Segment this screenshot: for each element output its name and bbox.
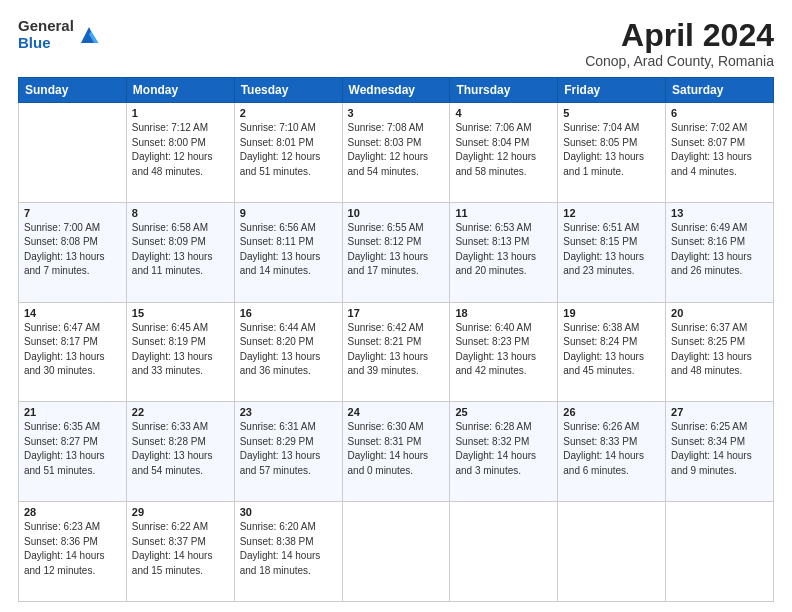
calendar-week-row: 7Sunrise: 7:00 AM Sunset: 8:08 PM Daylig…	[19, 202, 774, 302]
day-detail: Sunrise: 6:30 AM Sunset: 8:31 PM Dayligh…	[348, 420, 445, 478]
day-number: 10	[348, 207, 445, 219]
calendar-cell: 29Sunrise: 6:22 AM Sunset: 8:37 PM Dayli…	[126, 502, 234, 602]
calendar-header: SundayMondayTuesdayWednesdayThursdayFrid…	[19, 78, 774, 103]
day-detail: Sunrise: 6:40 AM Sunset: 8:23 PM Dayligh…	[455, 321, 552, 379]
calendar-week-row: 1Sunrise: 7:12 AM Sunset: 8:00 PM Daylig…	[19, 103, 774, 203]
day-detail: Sunrise: 6:45 AM Sunset: 8:19 PM Dayligh…	[132, 321, 229, 379]
calendar-table: SundayMondayTuesdayWednesdayThursdayFrid…	[18, 77, 774, 602]
calendar-day-header: Sunday	[19, 78, 127, 103]
day-detail: Sunrise: 6:58 AM Sunset: 8:09 PM Dayligh…	[132, 221, 229, 279]
day-detail: Sunrise: 6:44 AM Sunset: 8:20 PM Dayligh…	[240, 321, 337, 379]
day-number: 5	[563, 107, 660, 119]
calendar-cell: 11Sunrise: 6:53 AM Sunset: 8:13 PM Dayli…	[450, 202, 558, 302]
calendar-cell: 21Sunrise: 6:35 AM Sunset: 8:27 PM Dayli…	[19, 402, 127, 502]
day-number: 6	[671, 107, 768, 119]
day-detail: Sunrise: 7:02 AM Sunset: 8:07 PM Dayligh…	[671, 121, 768, 179]
day-detail: Sunrise: 6:31 AM Sunset: 8:29 PM Dayligh…	[240, 420, 337, 478]
calendar-week-row: 21Sunrise: 6:35 AM Sunset: 8:27 PM Dayli…	[19, 402, 774, 502]
day-detail: Sunrise: 6:20 AM Sunset: 8:38 PM Dayligh…	[240, 520, 337, 578]
calendar-cell: 10Sunrise: 6:55 AM Sunset: 8:12 PM Dayli…	[342, 202, 450, 302]
logo-text: General Blue	[18, 18, 74, 51]
calendar-cell	[342, 502, 450, 602]
day-detail: Sunrise: 6:56 AM Sunset: 8:11 PM Dayligh…	[240, 221, 337, 279]
day-number: 15	[132, 307, 229, 319]
calendar-cell: 9Sunrise: 6:56 AM Sunset: 8:11 PM Daylig…	[234, 202, 342, 302]
day-detail: Sunrise: 6:37 AM Sunset: 8:25 PM Dayligh…	[671, 321, 768, 379]
day-number: 11	[455, 207, 552, 219]
day-number: 22	[132, 406, 229, 418]
calendar-cell: 8Sunrise: 6:58 AM Sunset: 8:09 PM Daylig…	[126, 202, 234, 302]
calendar-cell: 27Sunrise: 6:25 AM Sunset: 8:34 PM Dayli…	[666, 402, 774, 502]
day-number: 24	[348, 406, 445, 418]
day-detail: Sunrise: 6:47 AM Sunset: 8:17 PM Dayligh…	[24, 321, 121, 379]
calendar-cell: 12Sunrise: 6:51 AM Sunset: 8:15 PM Dayli…	[558, 202, 666, 302]
calendar-cell: 13Sunrise: 6:49 AM Sunset: 8:16 PM Dayli…	[666, 202, 774, 302]
logo-blue: Blue	[18, 35, 74, 52]
calendar-cell: 2Sunrise: 7:10 AM Sunset: 8:01 PM Daylig…	[234, 103, 342, 203]
calendar-cell: 24Sunrise: 6:30 AM Sunset: 8:31 PM Dayli…	[342, 402, 450, 502]
calendar-header-row: SundayMondayTuesdayWednesdayThursdayFrid…	[19, 78, 774, 103]
day-detail: Sunrise: 6:53 AM Sunset: 8:13 PM Dayligh…	[455, 221, 552, 279]
day-detail: Sunrise: 7:12 AM Sunset: 8:00 PM Dayligh…	[132, 121, 229, 179]
day-number: 19	[563, 307, 660, 319]
calendar-cell: 23Sunrise: 6:31 AM Sunset: 8:29 PM Dayli…	[234, 402, 342, 502]
day-number: 30	[240, 506, 337, 518]
calendar-day-header: Saturday	[666, 78, 774, 103]
day-detail: Sunrise: 6:55 AM Sunset: 8:12 PM Dayligh…	[348, 221, 445, 279]
day-detail: Sunrise: 6:35 AM Sunset: 8:27 PM Dayligh…	[24, 420, 121, 478]
calendar-cell: 18Sunrise: 6:40 AM Sunset: 8:23 PM Dayli…	[450, 302, 558, 402]
calendar-cell: 5Sunrise: 7:04 AM Sunset: 8:05 PM Daylig…	[558, 103, 666, 203]
title-location: Conop, Arad County, Romania	[585, 53, 774, 69]
calendar-cell: 1Sunrise: 7:12 AM Sunset: 8:00 PM Daylig…	[126, 103, 234, 203]
day-number: 27	[671, 406, 768, 418]
day-number: 16	[240, 307, 337, 319]
day-detail: Sunrise: 6:25 AM Sunset: 8:34 PM Dayligh…	[671, 420, 768, 478]
day-detail: Sunrise: 6:26 AM Sunset: 8:33 PM Dayligh…	[563, 420, 660, 478]
calendar-cell	[450, 502, 558, 602]
calendar-day-header: Thursday	[450, 78, 558, 103]
calendar-cell: 19Sunrise: 6:38 AM Sunset: 8:24 PM Dayli…	[558, 302, 666, 402]
calendar-cell: 4Sunrise: 7:06 AM Sunset: 8:04 PM Daylig…	[450, 103, 558, 203]
title-block: April 2024 Conop, Arad County, Romania	[585, 18, 774, 69]
day-number: 25	[455, 406, 552, 418]
calendar-cell: 6Sunrise: 7:02 AM Sunset: 8:07 PM Daylig…	[666, 103, 774, 203]
logo-icon	[78, 24, 100, 46]
day-detail: Sunrise: 6:49 AM Sunset: 8:16 PM Dayligh…	[671, 221, 768, 279]
page: General Blue April 2024 Conop, Arad Coun…	[0, 0, 792, 612]
day-detail: Sunrise: 6:38 AM Sunset: 8:24 PM Dayligh…	[563, 321, 660, 379]
title-month: April 2024	[585, 18, 774, 53]
day-number: 28	[24, 506, 121, 518]
calendar-cell: 16Sunrise: 6:44 AM Sunset: 8:20 PM Dayli…	[234, 302, 342, 402]
day-number: 4	[455, 107, 552, 119]
calendar-cell	[19, 103, 127, 203]
calendar-day-header: Tuesday	[234, 78, 342, 103]
calendar-week-row: 14Sunrise: 6:47 AM Sunset: 8:17 PM Dayli…	[19, 302, 774, 402]
day-number: 1	[132, 107, 229, 119]
calendar-day-header: Monday	[126, 78, 234, 103]
day-number: 14	[24, 307, 121, 319]
calendar-cell: 25Sunrise: 6:28 AM Sunset: 8:32 PM Dayli…	[450, 402, 558, 502]
day-number: 8	[132, 207, 229, 219]
day-detail: Sunrise: 6:28 AM Sunset: 8:32 PM Dayligh…	[455, 420, 552, 478]
day-number: 29	[132, 506, 229, 518]
day-detail: Sunrise: 6:51 AM Sunset: 8:15 PM Dayligh…	[563, 221, 660, 279]
logo-general: General	[18, 18, 74, 35]
day-detail: Sunrise: 6:33 AM Sunset: 8:28 PM Dayligh…	[132, 420, 229, 478]
calendar-cell: 3Sunrise: 7:08 AM Sunset: 8:03 PM Daylig…	[342, 103, 450, 203]
calendar-week-row: 28Sunrise: 6:23 AM Sunset: 8:36 PM Dayli…	[19, 502, 774, 602]
day-number: 21	[24, 406, 121, 418]
calendar-cell: 30Sunrise: 6:20 AM Sunset: 8:38 PM Dayli…	[234, 502, 342, 602]
calendar-cell: 28Sunrise: 6:23 AM Sunset: 8:36 PM Dayli…	[19, 502, 127, 602]
day-number: 12	[563, 207, 660, 219]
calendar-cell: 17Sunrise: 6:42 AM Sunset: 8:21 PM Dayli…	[342, 302, 450, 402]
calendar-cell	[666, 502, 774, 602]
calendar-cell: 20Sunrise: 6:37 AM Sunset: 8:25 PM Dayli…	[666, 302, 774, 402]
calendar-body: 1Sunrise: 7:12 AM Sunset: 8:00 PM Daylig…	[19, 103, 774, 602]
calendar-cell: 15Sunrise: 6:45 AM Sunset: 8:19 PM Dayli…	[126, 302, 234, 402]
day-number: 7	[24, 207, 121, 219]
day-number: 23	[240, 406, 337, 418]
day-detail: Sunrise: 7:10 AM Sunset: 8:01 PM Dayligh…	[240, 121, 337, 179]
day-number: 13	[671, 207, 768, 219]
day-detail: Sunrise: 6:22 AM Sunset: 8:37 PM Dayligh…	[132, 520, 229, 578]
day-number: 3	[348, 107, 445, 119]
